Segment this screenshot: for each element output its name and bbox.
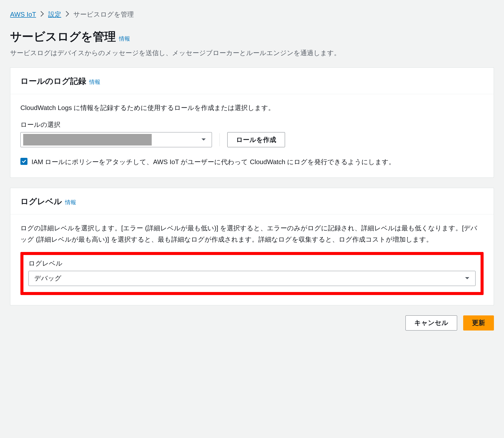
- role-select[interactable]: [20, 132, 212, 147]
- create-role-button[interactable]: ロールを作成: [227, 132, 285, 147]
- role-logging-info-link[interactable]: 情報: [89, 78, 100, 86]
- role-logging-panel: ロールのログ記録 情報 CloudWatch Logs に情報を記録するために使…: [10, 67, 494, 178]
- attach-policy-checkbox[interactable]: [20, 158, 27, 165]
- caret-down-icon: [201, 138, 206, 141]
- log-level-title: ログレベル: [20, 196, 62, 207]
- breadcrumb-root-link[interactable]: AWS IoT: [10, 11, 36, 18]
- breadcrumb-settings-link[interactable]: 設定: [48, 10, 61, 19]
- divider: [219, 133, 220, 146]
- cancel-button[interactable]: キャンセル: [405, 315, 457, 331]
- page-description: サービスログはデバイスからのメッセージを送信し、メッセージブローカーとルールエン…: [10, 49, 494, 57]
- attach-policy-label: IAM ロールにポリシーをアタッチして、AWS IoT がユーザーに代わって C…: [32, 156, 395, 167]
- footer-actions: キャンセル 更新: [10, 315, 494, 331]
- page-info-link[interactable]: 情報: [119, 35, 130, 43]
- role-logging-description: CloudWatch Logs に情報を記録するために使用するロールを作成または…: [20, 102, 484, 113]
- breadcrumb: AWS IoT 設定 サービスログを管理: [10, 10, 494, 19]
- log-level-highlight: ログレベル デバッグ: [20, 252, 484, 295]
- chevron-right-icon: [40, 11, 44, 19]
- log-level-select[interactable]: デバッグ: [28, 271, 476, 286]
- log-level-info-link[interactable]: 情報: [65, 199, 76, 206]
- page-title: サービスログを管理: [10, 29, 116, 45]
- role-logging-title: ロールのログ記録: [20, 76, 86, 87]
- role-select-value-redacted: [23, 134, 152, 145]
- chevron-right-icon: [65, 11, 69, 19]
- log-level-selected-value: デバッグ: [34, 274, 61, 283]
- log-level-panel: ログレベル 情報 ログの詳細レベルを選択します。[エラー (詳細レベルが最も低い…: [10, 188, 494, 305]
- log-level-field-label: ログレベル: [28, 259, 476, 268]
- log-level-description: ログの詳細レベルを選択します。[エラー (詳細レベルが最も低い)] を選択すると…: [20, 223, 484, 245]
- role-select-label: ロールの選択: [20, 120, 484, 129]
- update-button[interactable]: 更新: [463, 315, 494, 331]
- caret-down-icon: [465, 277, 470, 280]
- breadcrumb-current: サービスログを管理: [73, 10, 134, 19]
